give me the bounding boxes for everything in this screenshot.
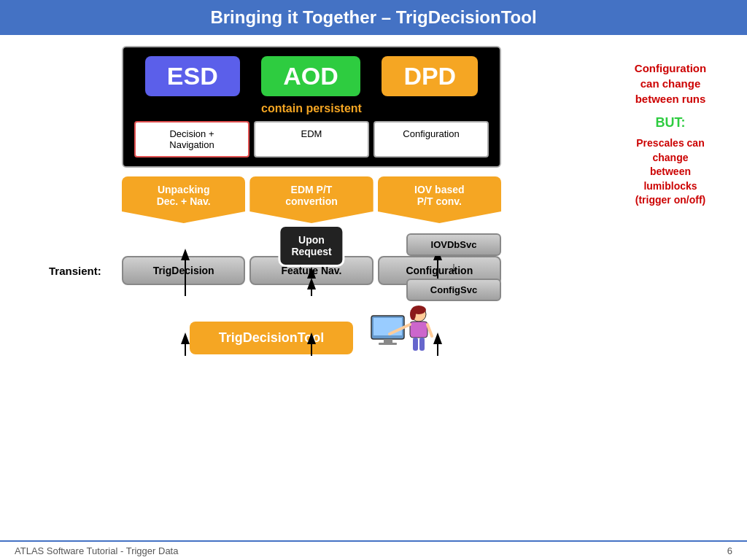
config-note: Configurationcan changebetween runs: [635, 61, 706, 106]
header-title: Bringing it Together – TrigDecisionTool: [210, 7, 536, 27]
footer-left-text: ATLAS Software Tutorial - Trigger Data: [15, 545, 178, 556]
svg-line-9: [427, 324, 432, 336]
upon-request-box: UponRequest: [278, 225, 344, 267]
footer-page-number: 6: [727, 545, 732, 556]
svg-rect-1: [374, 318, 402, 335]
aod-button: AOD: [261, 56, 360, 96]
yellow-box-2: EDM P/Tconvertion: [249, 176, 373, 223]
esd-row: ESD AOD DPD: [134, 56, 489, 96]
svg-rect-7: [410, 322, 427, 338]
but-label: BUT:: [656, 115, 686, 131]
decision-nav-cell: Decision +Navigation: [134, 121, 249, 158]
svg-rect-11: [419, 338, 425, 351]
trig-decision-tool-box: TrigDecisionTool: [190, 322, 354, 354]
contain-persistent-label: contain persistent: [134, 102, 489, 115]
footer: ATLAS Software Tutorial - Trigger Data 6: [0, 540, 747, 560]
svg-point-6: [410, 308, 416, 320]
yellow-box-3: IOV basedP/T conv.: [378, 176, 501, 223]
slide-header: Bringing it Together – TrigDecisionTool: [0, 0, 747, 35]
svg-rect-10: [413, 338, 418, 351]
edm-cell: EDM: [254, 121, 369, 158]
computer-person-icon: [368, 301, 433, 359]
configuration-cell: Configuration: [374, 121, 489, 158]
iov-db-svc-box: IOVDbSvc: [406, 233, 501, 256]
yellow-boxes-row: UnpackingDec. + Nav. EDM P/Tconvertion I…: [122, 176, 501, 223]
svg-rect-3: [379, 343, 397, 345]
persistent-row: Decision +Navigation EDM Configuration: [134, 121, 489, 158]
prescale-note: Prescales canchangebetweenlumiblocks(tri…: [635, 136, 705, 208]
diagram-area: ESD AOD DPD contain persistent Decision …: [29, 46, 594, 526]
top-box: ESD AOD DPD contain persistent Decision …: [122, 46, 501, 168]
config-svc-box: ConfigSvc: [406, 279, 501, 301]
tdt-row: TrigDecisionTool: [122, 301, 501, 359]
yellow-box-1: UnpackingDec. + Nav.: [122, 176, 245, 223]
bottom-section: UnpackingDec. + Nav. EDM P/Tconvertion I…: [122, 168, 501, 359]
dpd-button: DPD: [382, 56, 478, 96]
svg-rect-2: [384, 339, 392, 343]
trig-decision-box: TrigDecision: [122, 256, 245, 285]
esd-button: ESD: [145, 56, 240, 96]
arrow-down-iov: ↓: [451, 260, 457, 275]
main-content: ESD AOD DPD contain persistent Decision …: [0, 35, 747, 534]
transient-label: Transient:: [49, 265, 101, 277]
right-notes: Configurationcan changebetween runs BUT:…: [594, 46, 740, 526]
